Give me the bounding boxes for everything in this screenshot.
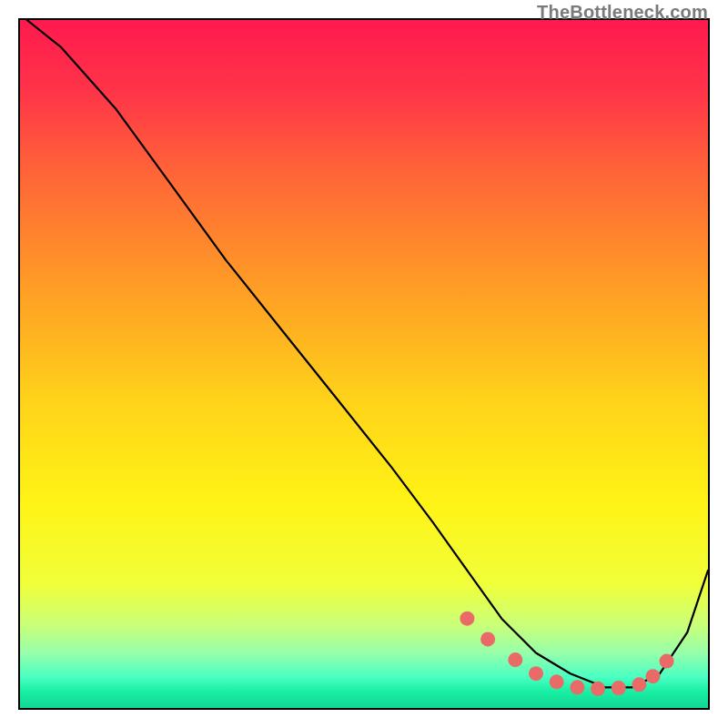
highlight-dot: [550, 674, 564, 689]
highlight-dot: [660, 654, 674, 669]
plot-area: [18, 18, 710, 710]
highlight-dot: [591, 682, 605, 696]
highlight-dot: [632, 677, 646, 692]
highlight-dot: [460, 612, 474, 626]
highlight-dot: [570, 680, 584, 694]
gradient-background: [20, 20, 708, 708]
watermark-label: TheBottleneck.com: [537, 2, 708, 23]
highlight-dot: [508, 652, 522, 667]
highlight-dot: [529, 666, 543, 681]
highlight-dot: [646, 669, 661, 683]
highlight-dot: [480, 632, 495, 646]
chart-container: TheBottleneck.com: [0, 0, 728, 728]
highlight-dot: [612, 681, 626, 695]
chart-svg: [20, 20, 708, 708]
